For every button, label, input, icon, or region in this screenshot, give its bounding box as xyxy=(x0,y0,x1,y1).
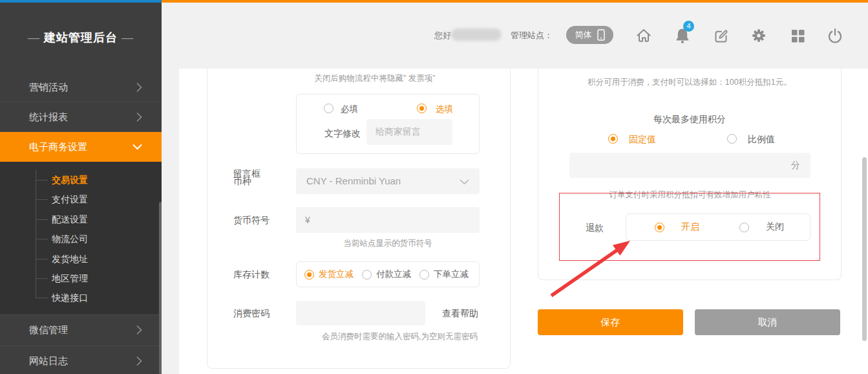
sidebar-subitem-region-management[interactable]: 地区管理 xyxy=(0,269,162,288)
radio-required[interactable] xyxy=(324,104,333,113)
radio-order-deduct[interactable] xyxy=(419,270,429,280)
title-dash-left: — xyxy=(28,31,40,44)
invoice-hint: 关闭后购物流程中将隐藏” 发票项” xyxy=(266,73,484,84)
page-scrollbar[interactable] xyxy=(862,157,867,341)
message-box-group: 必填 选填 文字修改 xyxy=(296,94,480,154)
subitem-label: 支付设置 xyxy=(52,194,88,204)
radio-order-deduct-label[interactable]: 下单立减 xyxy=(434,269,469,280)
sidebar-item-label: 电子商务设置 xyxy=(29,141,87,152)
app-title-text: 建站管理后台 xyxy=(44,31,118,44)
power-icon[interactable] xyxy=(826,27,844,45)
refund-group: 开启 关闭 xyxy=(626,214,810,241)
radio-fixed-value[interactable] xyxy=(608,134,618,144)
currency-label: 币种 xyxy=(233,176,251,188)
radio-fixed-value-label[interactable]: 固定值 xyxy=(629,134,656,146)
apps-grid-icon[interactable] xyxy=(789,27,807,45)
subitem-label: 地区管理 xyxy=(52,273,88,283)
deduction-hint: 订单支付时采用积分抵扣可有效增加用户粘性 xyxy=(569,190,810,201)
sidebar-item-ecommerce-settings[interactable]: 电子商务设置 xyxy=(0,132,162,162)
radio-refund-off[interactable] xyxy=(739,223,749,232)
radio-ratio-value[interactable] xyxy=(727,134,737,144)
radio-pay-deduct-label[interactable]: 付款立减 xyxy=(376,269,411,280)
currency-symbol-input[interactable] xyxy=(296,207,480,233)
sidebar: —建站管理后台— 营销活动 统计报表 电子商务设置 交易设置 支付设置 配送设置… xyxy=(0,0,162,374)
merchant-message-input[interactable] xyxy=(366,119,452,145)
radio-refund-on[interactable] xyxy=(655,223,664,232)
stock-count-label: 库存计数 xyxy=(233,269,270,281)
radio-pay-deduct[interactable] xyxy=(362,270,372,280)
sidebar-subitem-delivery-settings[interactable]: 配送设置 xyxy=(0,210,162,229)
radio-required-label[interactable]: 必填 xyxy=(341,104,358,115)
points-unit-suffix: 分 xyxy=(791,160,810,171)
sidebar-item-label: 微信管理 xyxy=(29,324,68,335)
tree-tick xyxy=(36,298,48,298)
max-points-input[interactable] xyxy=(569,153,791,178)
subitem-label: 交易设置 xyxy=(52,175,88,185)
sidebar-submenu: 交易设置 支付设置 配送设置 物流公司 发货地址 地区管理 快递接口 xyxy=(0,162,162,314)
points-usage-hint: 积分可用于消费，支付时可以选择如：100积分抵扣1元。 xyxy=(551,77,828,88)
subitem-label: 物流公司 xyxy=(52,234,88,244)
tree-tick xyxy=(36,199,48,200)
consume-password-hint: 会员消费时需要的输入密码,为空则无需密码 xyxy=(296,331,503,342)
radio-refund-off-label[interactable]: 关闭 xyxy=(766,221,784,233)
chevron-right-icon xyxy=(136,83,142,93)
currency-symbol-label: 货币符号 xyxy=(233,215,270,226)
sidebar-subitem-logistics-company[interactable]: 物流公司 xyxy=(0,229,162,248)
chevron-right-icon xyxy=(136,325,142,335)
sidebar-item-marketing[interactable]: 营销活动 xyxy=(0,72,162,102)
radio-ship-deduct-label[interactable]: 发货立减 xyxy=(319,269,354,280)
sidebar-subitem-trade-settings[interactable]: 交易设置 xyxy=(0,170,162,190)
app-title: —建站管理后台— xyxy=(0,26,162,49)
notification-badge: 4 xyxy=(683,21,694,32)
chevron-down-icon xyxy=(132,144,142,150)
consume-password-input[interactable] xyxy=(296,301,425,325)
radio-ratio-value-label[interactable]: 比例值 xyxy=(748,134,775,146)
app-window: —建站管理后台— 营销活动 统计报表 电子商务设置 交易设置 支付设置 配送设置… xyxy=(0,0,868,374)
currency-symbol-hint: 当前站点显示的货币符号 xyxy=(296,238,480,249)
language-label: 简体 xyxy=(575,29,592,41)
sidebar-item-reports[interactable]: 统计报表 xyxy=(0,102,162,132)
language-switch-pill[interactable]: 简体 xyxy=(566,26,613,44)
red-pointer-arrow xyxy=(543,232,646,303)
tree-tick xyxy=(36,259,48,259)
radio-optional-label[interactable]: 选填 xyxy=(436,104,453,115)
radio-optional[interactable] xyxy=(417,104,427,113)
radio-ship-deduct[interactable] xyxy=(304,270,314,280)
home-icon[interactable] xyxy=(635,27,653,45)
tree-tick xyxy=(36,278,48,279)
tree-tick xyxy=(36,239,48,239)
sidebar-item-site-log[interactable]: 网站日志 xyxy=(0,346,162,374)
chevron-down-icon xyxy=(460,179,469,184)
refund-off-option: 关闭 xyxy=(739,221,784,233)
cancel-button[interactable]: 取消 xyxy=(695,309,840,335)
sidebar-item-wechat[interactable]: 微信管理 xyxy=(0,315,162,345)
currency-select[interactable]: CNY - Renminbi Yuan xyxy=(296,168,480,194)
refund-on-option: 开启 xyxy=(655,221,699,233)
edit-icon[interactable] xyxy=(712,27,730,45)
view-help-link[interactable]: 查看帮助 xyxy=(442,308,478,320)
tree-tick xyxy=(36,219,48,220)
trade-settings-form: 关闭后购物流程中将隐藏” 发票项” 留言框 必填 选填 文字修改 币种 CNY … xyxy=(207,69,511,369)
subitem-label: 快递接口 xyxy=(52,292,88,303)
max-points-label: 每次最多使用积分 xyxy=(538,114,841,126)
points-input-wrap: 分 xyxy=(569,153,810,178)
sidebar-item-label: 网站日志 xyxy=(29,355,68,366)
sidebar-item-label: 统计报表 xyxy=(29,111,68,122)
main-top-accent xyxy=(162,0,868,3)
sidebar-subitem-express-api[interactable]: 快递接口 xyxy=(0,288,162,307)
title-dash-right: — xyxy=(122,31,134,44)
sidebar-subitem-shipping-address[interactable]: 发货地址 xyxy=(0,249,162,269)
mobile-icon xyxy=(597,29,605,41)
stock-count-group: 发货立减 付款立减 下单立减 xyxy=(296,261,480,287)
radio-refund-on-label[interactable]: 开启 xyxy=(681,221,699,233)
manage-site-label: 管理站点： xyxy=(511,30,553,41)
currency-select-value: CNY - Renminbi Yuan xyxy=(306,175,401,186)
sidebar-subitem-payment-settings[interactable]: 支付设置 xyxy=(0,190,162,209)
sidebar-top-accent xyxy=(0,0,162,3)
sidebar-item-label: 营销活动 xyxy=(29,82,68,93)
save-button[interactable]: 保存 xyxy=(538,309,683,335)
subitem-label: 发货地址 xyxy=(52,254,88,264)
sidebar-scrollbar[interactable] xyxy=(159,202,162,374)
text-modify-label: 文字修改 xyxy=(324,128,361,140)
gear-icon[interactable] xyxy=(750,27,768,45)
